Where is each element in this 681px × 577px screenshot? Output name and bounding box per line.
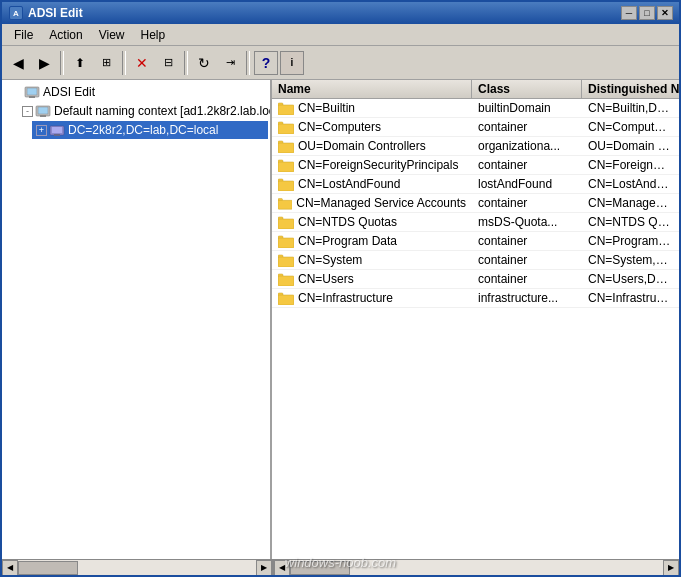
list-item-name: CN=System: [298, 253, 362, 267]
folder-icon: [278, 158, 294, 172]
list-item[interactable]: CN=SystemcontainerCN=System,DC=2k8r2,...: [272, 251, 679, 270]
list-item-name: CN=Users: [298, 272, 354, 286]
window-title: ADSI Edit: [28, 6, 621, 20]
about-button[interactable]: i: [280, 51, 304, 75]
scrollbar-area: ◀ ▶ ◀ ▶: [2, 559, 679, 575]
list-item[interactable]: CN=ComputerscontainerCN=Computers,DC=2k8…: [272, 118, 679, 137]
svg-rect-26: [278, 257, 294, 267]
scroll-right-arrow-right[interactable]: ▶: [663, 560, 679, 576]
properties-button[interactable]: ⊟: [156, 51, 180, 75]
svg-rect-16: [278, 162, 294, 172]
maximize-button[interactable]: □: [639, 6, 655, 20]
svg-rect-20: [278, 200, 292, 209]
right-scroll-area: ◀ ▶: [274, 560, 679, 575]
left-scroll-track[interactable]: [18, 560, 256, 576]
scroll-left-arrow-right[interactable]: ◀: [274, 560, 290, 576]
list-item-name: CN=NTDS Quotas: [298, 215, 397, 229]
scroll-left-arrow[interactable]: ◀: [2, 560, 18, 576]
tree-root-label: ADSI Edit: [43, 85, 95, 99]
folder-icon: [278, 253, 294, 267]
svg-rect-30: [278, 295, 294, 305]
right-scroll-thumb[interactable]: [290, 561, 350, 575]
left-scroll-thumb[interactable]: [18, 561, 78, 575]
svg-rect-10: [278, 105, 294, 115]
svg-rect-8: [54, 134, 60, 136]
menu-help[interactable]: Help: [133, 26, 174, 44]
menu-file[interactable]: File: [6, 26, 41, 44]
list-item-class: msDS-Quota...: [472, 213, 582, 231]
list-item-name: CN=Managed Service Accounts: [296, 196, 466, 210]
svg-rect-14: [278, 143, 294, 153]
delete-button[interactable]: ✕: [130, 51, 154, 75]
list-item-class: builtinDomain: [472, 99, 582, 117]
list-item[interactable]: CN=ForeignSecurityPrincipalscontainerCN=…: [272, 156, 679, 175]
list-item-name: CN=ForeignSecurityPrincipals: [298, 158, 458, 172]
folder-icon: [278, 234, 294, 248]
list-item[interactable]: CN=Program DatacontainerCN=Program Data,…: [272, 232, 679, 251]
list-item[interactable]: CN=Infrastructureinfrastructure...CN=Inf…: [272, 289, 679, 308]
list-item-dn: CN=Builtin,DC=2k8r2,D...: [582, 99, 679, 117]
up-button[interactable]: ⬆: [68, 51, 92, 75]
right-scroll-track[interactable]: [290, 560, 663, 576]
svg-rect-24: [278, 238, 294, 248]
list-item-dn: CN=NTDS Quotas,DC=...: [582, 213, 679, 231]
svg-rect-4: [38, 107, 48, 114]
back-button[interactable]: ◀: [6, 51, 30, 75]
list-item-class: lostAndFound: [472, 175, 582, 193]
list-item[interactable]: CN=BuiltinbuiltinDomainCN=Builtin,DC=2k8…: [272, 99, 679, 118]
main-content: ADSI Edit - Default naming cont: [2, 80, 679, 559]
help-button[interactable]: ?: [254, 51, 278, 75]
list-item[interactable]: CN=LostAndFoundlostAndFoundCN=LostAndFou…: [272, 175, 679, 194]
export-button[interactable]: ⇥: [218, 51, 242, 75]
list-item-class: container: [472, 232, 582, 250]
minimize-button[interactable]: ─: [621, 6, 637, 20]
svg-rect-22: [278, 219, 294, 229]
svg-rect-12: [278, 124, 294, 134]
toolbar-separator-4: [246, 51, 250, 75]
col-header-class[interactable]: Class: [472, 80, 582, 98]
scroll-right-arrow-left[interactable]: ▶: [256, 560, 272, 576]
list-header: Name Class Distinguished Name: [272, 80, 679, 99]
list-item-dn: OU=Domain Controllers...: [582, 137, 679, 155]
svg-rect-2: [29, 96, 35, 98]
list-item[interactable]: OU=Domain Controllersorganizationa...OU=…: [272, 137, 679, 156]
list-pane[interactable]: Name Class Distinguished Name CN=Builtin…: [272, 80, 679, 559]
list-item-dn: CN=ForeignSecurityPrin...: [582, 156, 679, 174]
folder-icon: [278, 291, 294, 305]
tree-dc-expand[interactable]: +: [36, 125, 47, 136]
svg-rect-7: [52, 127, 62, 133]
list-item-class: infrastructure...: [472, 289, 582, 307]
list-item[interactable]: CN=NTDS QuotasmsDS-Quota...CN=NTDS Quota…: [272, 213, 679, 232]
left-scroll-area: ◀ ▶: [2, 560, 272, 575]
forward-button[interactable]: ▶: [32, 51, 56, 75]
tree-dc-label: DC=2k8r2,DC=lab,DC=local: [68, 123, 218, 137]
toolbar-separator-2: [122, 51, 126, 75]
list-item-dn: CN=Computers,DC=2k8...: [582, 118, 679, 136]
window-controls[interactable]: ─ □ ✕: [621, 6, 673, 20]
list-item-class: container: [472, 194, 582, 212]
folder-icon: [278, 120, 294, 134]
list-item[interactable]: CN=Managed Service AccountscontainerCN=M…: [272, 194, 679, 213]
list-item-class: organizationa...: [472, 137, 582, 155]
tree-naming-expand[interactable]: -: [22, 106, 33, 117]
col-header-dn[interactable]: Distinguished Name: [582, 80, 679, 98]
tree-root: ADSI Edit - Default naming cont: [4, 82, 268, 142]
close-button[interactable]: ✕: [657, 6, 673, 20]
list-item-dn: CN=LostAndFound,DC=...: [582, 175, 679, 193]
refresh-button[interactable]: ↻: [192, 51, 216, 75]
tree-dc-row[interactable]: + DC=2k8r2,DC=lab,DC=local: [32, 121, 268, 139]
tree-root-expand[interactable]: [8, 85, 22, 99]
menu-bar: File Action View Help: [2, 24, 679, 46]
tree-pane[interactable]: ADSI Edit - Default naming cont: [2, 80, 272, 559]
menu-view[interactable]: View: [91, 26, 133, 44]
folder-icon: [278, 139, 294, 153]
tree-root-row[interactable]: ADSI Edit: [4, 83, 268, 101]
menu-action[interactable]: Action: [41, 26, 90, 44]
svg-rect-1: [27, 88, 37, 95]
list-item-dn: CN=Users,DC=2k8r2,DC...: [582, 270, 679, 288]
tree-naming-context-row[interactable]: - Default naming context [ad1.2k8r2.lab.…: [18, 102, 268, 120]
show-hide-button[interactable]: ⊞: [94, 51, 118, 75]
list-item[interactable]: CN=UserscontainerCN=Users,DC=2k8r2,DC...: [272, 270, 679, 289]
col-header-name[interactable]: Name: [272, 80, 472, 98]
list-item-name: CN=Computers: [298, 120, 381, 134]
